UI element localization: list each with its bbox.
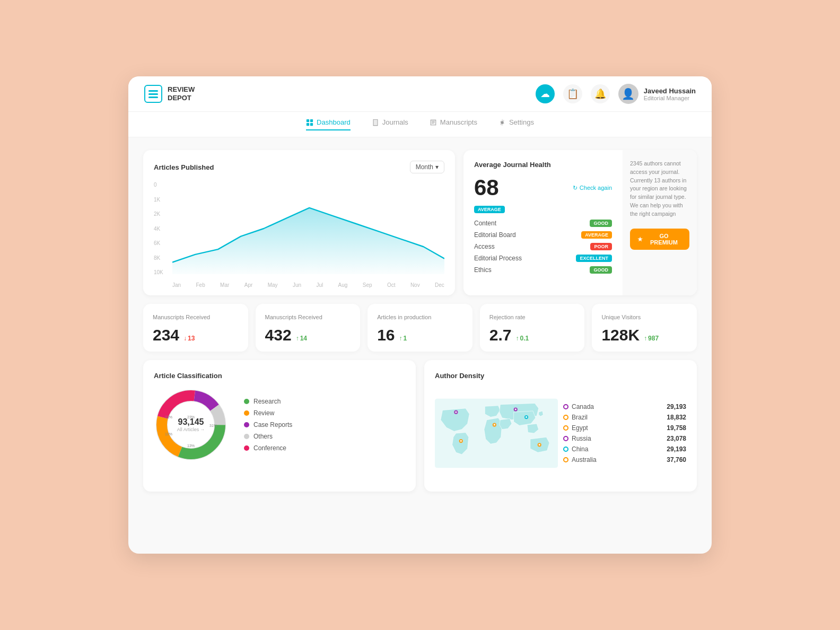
svg-text:23%: 23% — [165, 415, 172, 419]
svg-point-25 — [526, 416, 527, 418]
logo-icon — [144, 85, 162, 103]
legend-dot-case-reports — [244, 422, 249, 427]
country-list: Canada 29,193 Brazil 18,832 — [563, 386, 686, 481]
donut-center: 93,145 All Articles → — [177, 417, 205, 432]
stat-value-4: 128K — [601, 326, 640, 344]
month-dropdown[interactable]: Month ▾ — [410, 161, 444, 173]
stat-manuscripts-received-1: Manuscripts Received 234 ↓ 13 — [143, 304, 248, 352]
legend-others: Others — [244, 433, 292, 440]
stats-row: Manuscripts Received 234 ↓ 13 Manuscript… — [143, 304, 697, 352]
world-map — [435, 386, 558, 481]
user-info: 👤 Javeed Hussain Editorial Manager — [618, 84, 696, 104]
svg-point-23 — [515, 409, 517, 410]
stat-value-2: 16 — [377, 326, 395, 344]
row1: Articles Published Month ▾ 10K 8K 6K 4K … — [143, 150, 697, 295]
premium-button[interactable]: ★ GO PREMIUM — [630, 229, 689, 250]
health-main: Average Journal Health 68 ↻ Check again … — [463, 150, 623, 295]
stat-value-row-0: 234 ↓ 13 — [153, 326, 239, 344]
country-brazil: Brazil 18,832 — [563, 414, 686, 421]
country-circle-egypt — [563, 425, 568, 431]
metric-access: Access POOR — [474, 243, 612, 250]
logo-text: REVIEW DEPOT — [168, 85, 195, 102]
svg-rect-3 — [310, 122, 313, 125]
stat-delta-2: ↑ 1 — [399, 335, 407, 342]
avatar: 👤 — [618, 84, 638, 104]
articles-published-card: Articles Published Month ▾ 10K 8K 6K 4K … — [143, 150, 455, 295]
svg-text:31%: 31% — [209, 424, 217, 427]
stat-value-1: 432 — [265, 326, 292, 344]
legend-case-reports: Case Reports — [244, 421, 292, 428]
stat-delta-1: ↑ 14 — [296, 335, 307, 342]
metric-editorial-process: Editorial Process EXCELLENT — [474, 255, 612, 262]
stat-delta-4: ↑ 987 — [644, 335, 659, 342]
metric-content: Content GOOD — [474, 220, 612, 227]
country-canada: Canada 29,193 — [563, 403, 686, 410]
country-australia: Australia 37,760 — [563, 456, 686, 463]
user-text: Javeed Hussain Editorial Manager — [644, 87, 696, 101]
article-classification-card: Article Classification — [143, 360, 416, 492]
stat-value-row-3: 2.7 ↑ 0.1 — [489, 326, 575, 344]
header-right: ☁ 📋 🔔 👤 Javeed Hussain Editorial Manager — [536, 84, 696, 104]
cloud-icon-btn[interactable]: ☁ — [536, 84, 555, 103]
stat-label-1: Manuscripts Received — [265, 313, 351, 321]
app-container: REVIEW DEPOT ☁ 📋 🔔 👤 Javeed Hussain Edit… — [128, 76, 712, 554]
classification-inner: 23% 31% 13% 10% 23% 93,145 All Articles … — [154, 388, 405, 462]
country-circle-australia — [563, 457, 568, 462]
stat-value-3: 2.7 — [489, 326, 512, 344]
density-title: Author Density — [435, 372, 484, 380]
health-score: 68 — [474, 175, 499, 200]
main-content: Articles Published Month ▾ 10K 8K 6K 4K … — [128, 137, 712, 504]
health-score-row: 68 ↻ Check again — [474, 175, 612, 200]
svg-text:10%: 10% — [165, 432, 172, 436]
chart-header: Articles Published Month ▾ — [154, 161, 444, 173]
chart-y-labels: 10K 8K 6K 4K 2K 1K 0 — [154, 182, 170, 275]
svg-rect-1 — [310, 119, 313, 121]
nav-manuscripts[interactable]: Manuscripts — [430, 118, 477, 130]
stat-delta-3: ↑ 0.1 — [516, 335, 529, 342]
classification-legend: Research Review Case Reports Others — [244, 398, 292, 452]
bell-icon-btn[interactable]: 🔔 — [591, 84, 610, 103]
legend-conference: Conference — [244, 444, 292, 452]
svg-point-27 — [539, 444, 540, 446]
donut-total: 93,145 — [177, 417, 205, 427]
legend-dot-others — [244, 434, 249, 439]
metric-editorial-board: Editorial Board AVERAGE — [474, 231, 612, 239]
country-circle-brazil — [563, 415, 568, 420]
stat-articles-production: Articles in production 16 ↑ 1 — [368, 304, 472, 352]
svg-point-17 — [455, 412, 457, 413]
stat-unique-visitors: Unique Visitors 128K ↑ 987 — [592, 304, 697, 352]
stat-label-2: Articles in production — [377, 313, 463, 321]
author-density-card: Author Density — [424, 360, 697, 492]
check-again-btn[interactable]: ↻ Check again — [573, 185, 612, 191]
nav: Dashboard Journals Manuscripts Settings — [128, 112, 712, 137]
stat-manuscripts-received-2: Manuscripts Received 432 ↑ 14 — [256, 304, 361, 352]
metric-ethics: Ethics GOOD — [474, 266, 612, 274]
stat-rejection-rate: Rejection rate 2.7 ↑ 0.1 — [480, 304, 585, 352]
country-russia: Russia 23,078 — [563, 435, 686, 442]
stat-label-3: Rejection rate — [489, 313, 575, 321]
country-circle-canada — [563, 404, 568, 409]
logo: REVIEW DEPOT — [144, 85, 195, 103]
chart-plot — [172, 182, 444, 275]
country-egypt: Egypt 19,758 — [563, 424, 686, 432]
donut-sub: All Articles → — [177, 427, 205, 432]
journal-health-card: Average Journal Health 68 ↻ Check again … — [463, 150, 697, 295]
svg-text:13%: 13% — [187, 444, 195, 448]
svg-point-19 — [460, 440, 462, 442]
nav-journals[interactable]: Journals — [372, 118, 408, 130]
density-inner: Canada 29,193 Brazil 18,832 — [435, 386, 686, 481]
clipboard-icon-btn[interactable]: 📋 — [563, 84, 582, 103]
svg-rect-0 — [307, 119, 309, 121]
stat-value-row-1: 432 ↑ 14 — [265, 326, 351, 344]
legend-research: Research — [244, 398, 292, 405]
health-title: Average Journal Health — [474, 161, 612, 169]
row3: Article Classification — [143, 360, 697, 492]
country-circle-china — [563, 447, 568, 452]
legend-dot-review — [244, 410, 249, 416]
nav-settings[interactable]: Settings — [498, 118, 534, 130]
nav-dashboard[interactable]: Dashboard — [306, 118, 351, 130]
health-metrics: Content GOOD Editorial Board AVERAGE Acc… — [474, 220, 612, 274]
country-circle-russia — [563, 436, 568, 441]
stat-delta-0: ↓ 13 — [183, 335, 195, 342]
stat-value-0: 234 — [153, 326, 179, 344]
